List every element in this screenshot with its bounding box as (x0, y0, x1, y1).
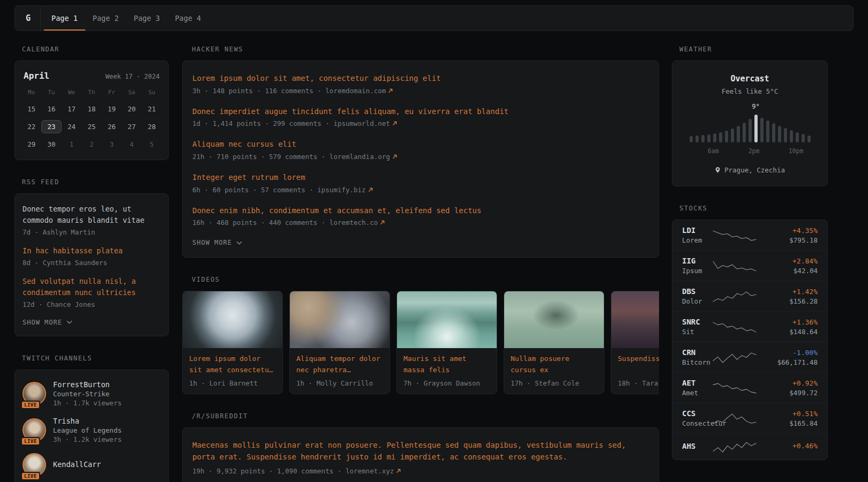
video-card[interactable]: Aliquam tempor dolor nec pharetra… 1h · … (289, 291, 390, 394)
video-thumbnail (504, 291, 604, 348)
stock-symbol: AHS (682, 442, 712, 450)
channel-info: Trisha League of Legends 3h · 1.2k viewe… (53, 417, 122, 443)
video-card[interactable]: Lorem ipsum dolor sit amet consectetu… 1… (182, 291, 283, 394)
weather-bar (760, 118, 764, 142)
calendar-day: 26 (102, 120, 122, 133)
stock-sparkline (712, 259, 758, 273)
reddit-post-link[interactable]: Maecenas mollis pulvinar erat non posuer… (192, 440, 649, 463)
calendar-day: 2 (81, 138, 101, 151)
calendar-day: 25 (81, 120, 101, 133)
stock-symbol: SNRC (682, 318, 712, 326)
video-card[interactable]: Suspendisse diam 18h · Tara (611, 291, 659, 394)
stock-name: Consectetur (682, 419, 712, 427)
video-card[interactable]: Mauris sit amet massa felis 7h · Grayson… (396, 291, 497, 394)
top-navigation: G Page 1 Page 2 Page 3 Page 4 (14, 5, 854, 31)
rss-item: Sed volutpat nulla nisl, a condimentum n… (23, 276, 161, 308)
stock-sparkline (712, 350, 758, 364)
stock-row[interactable]: LDI Lorem +4.35% $795.18 (672, 220, 827, 250)
stock-row[interactable]: IIG Ipsum +2.84% $42.04 (672, 250, 827, 281)
news-item: Lorem ipsum dolor sit amet, consectetur … (192, 73, 649, 95)
calendar-day: 27 (122, 120, 141, 133)
page-tab[interactable]: Page 1 (44, 6, 85, 31)
videos-section-title: VIDEOS (192, 276, 659, 283)
stock-row[interactable]: CRN Bitcorn -1.00% $66,171.48 (672, 342, 827, 372)
weather-feels-like: Feels like 5°C (682, 87, 818, 95)
weather-location: Prague, Czechia (682, 166, 818, 174)
weather-time-axis: 6am 2pm 10pm (682, 147, 818, 155)
rss-item-link[interactable]: Sed volutpat nulla nisl, a condimentum n… (23, 276, 161, 298)
calendar-day: 4 (122, 138, 141, 151)
page-tab[interactable]: Page 2 (85, 6, 126, 31)
weather-condition: Overcast (682, 74, 818, 84)
twitch-channel-row[interactable]: LIVE Trisha League of Legends 3h · 1.2k … (15, 412, 168, 448)
stock-row[interactable]: CCS Consectetur +0.51% $165.84 (672, 403, 827, 433)
rss-item-link[interactable]: In hac habitasse platea (23, 245, 161, 257)
weather-section: WEATHER Overcast Feels like 5°C 9° 6am 2… (672, 46, 828, 186)
weather-bar (725, 131, 728, 142)
weekday-label: Sa (122, 87, 141, 98)
stock-row[interactable]: AHS +0.46% (672, 433, 827, 460)
page-tab[interactable]: Page 4 (167, 6, 208, 31)
calendar-week-year: Week 17 · 2024 (106, 73, 160, 80)
news-link[interactable]: Donec enim nibh, condimentum et accumsan… (192, 205, 649, 217)
news-link[interactable]: Aliquam nec cursus elit (192, 139, 649, 150)
stock-row[interactable]: SNRC Sit +1.36% $148.64 (672, 311, 827, 342)
page-tab[interactable]: Page 3 (126, 6, 168, 31)
tab-label: Page 3 (134, 14, 160, 22)
stock-identity: DBS Dolor (682, 287, 712, 305)
weekday-label: Tu (41, 87, 61, 98)
stock-change: -1.00% (764, 349, 818, 357)
app-logo[interactable]: G (26, 13, 31, 23)
right-column: WEATHER Overcast Feels like 5°C 9° 6am 2… (672, 46, 828, 478)
external-link-icon (396, 469, 401, 473)
channel-viewers: 3h · 1.2k viewers (53, 435, 122, 443)
twitch-section: TWITCH CHANNELS LIVE ForrestBurton Count… (14, 355, 169, 482)
stock-price: $42.04 (764, 267, 818, 275)
news-link[interactable]: Donec imperdiet augue tincidunt felis al… (192, 106, 649, 118)
stock-sparkline (712, 289, 758, 303)
news-meta: 1d · 1,414 points · 299 comments · ipsum… (192, 119, 649, 127)
left-column: CALENDAR April Week 17 · 2024 MoTuWeThFr… (14, 46, 169, 482)
stocks-widget: LDI Lorem +4.35% $795.18 (672, 220, 828, 460)
channel-info: KendallCarr (53, 460, 101, 470)
calendar-days-grid: 1516171819202122232425262728293012345 (15, 102, 168, 160)
weather-bar (772, 123, 775, 142)
stock-symbol: AET (682, 379, 712, 387)
stock-sparkline (712, 228, 758, 242)
channel-avatar: LIVE (23, 418, 46, 442)
weather-bar (701, 135, 705, 142)
rss-list: Donec tempor eros leo, ut commodo mauris… (23, 204, 161, 308)
hackernews-show-more-button[interactable]: SHOW MORE (192, 238, 242, 248)
rss-item-meta: 7d · Ashlyn Martin (23, 228, 161, 236)
stock-row[interactable]: AET Amet +0.92% $499.72 (672, 372, 827, 403)
stock-identity: SNRC Sit (682, 318, 712, 336)
twitch-channel-row[interactable]: LIVE KendallCarr (15, 448, 168, 481)
stock-name: Sit (682, 328, 712, 336)
weekday-label: Th (81, 87, 101, 98)
subreddit-section-title: /R/SUBREDDIT (192, 412, 659, 420)
video-card[interactable]: Nullam posuere cursus ex 17h · Stefan Co… (504, 291, 604, 394)
hackernews-section-title: HACKER NEWS (192, 46, 659, 53)
stock-symbol: IIG (682, 257, 712, 265)
rss-meta-text: 7d · Ashlyn Martin (23, 228, 95, 236)
calendar-day: 1 (62, 138, 81, 151)
videos-row: Lorem ipsum dolor sit amet consectetu… 1… (182, 291, 659, 394)
external-link-icon (392, 121, 397, 126)
rss-item-link[interactable]: Donec tempor eros leo, ut commodo mauris… (23, 204, 161, 226)
stock-row[interactable]: DBS Dolor +1.42% $156.28 (672, 281, 827, 311)
stock-symbol: CRN (682, 348, 712, 357)
news-link[interactable]: Integer eget rutrum lorem (192, 172, 649, 184)
weekday-label: We (62, 87, 81, 98)
weather-bar (707, 134, 710, 142)
middle-column: HACKER NEWS Lorem ipsum dolor sit amet, … (182, 46, 659, 482)
weather-bar: 9° (754, 115, 758, 142)
stock-values: +1.42% $156.28 (764, 288, 818, 305)
video-thumbnail (290, 291, 390, 348)
reddit-post-meta: 19h · 9,932 points · 1,090 comments · lo… (192, 467, 649, 475)
rss-show-more-button[interactable]: SHOW MORE (23, 318, 72, 328)
news-item: Aliquam nec cursus elit 21h · 710 points… (192, 139, 649, 161)
twitch-channel-row[interactable]: LIVE ForrestBurton Counter-Strike 1h · 1… (15, 375, 168, 412)
weather-bar (731, 129, 734, 142)
news-link[interactable]: Lorem ipsum dolor sit amet, consectetur … (192, 73, 649, 85)
stock-name: Amet (682, 389, 712, 397)
